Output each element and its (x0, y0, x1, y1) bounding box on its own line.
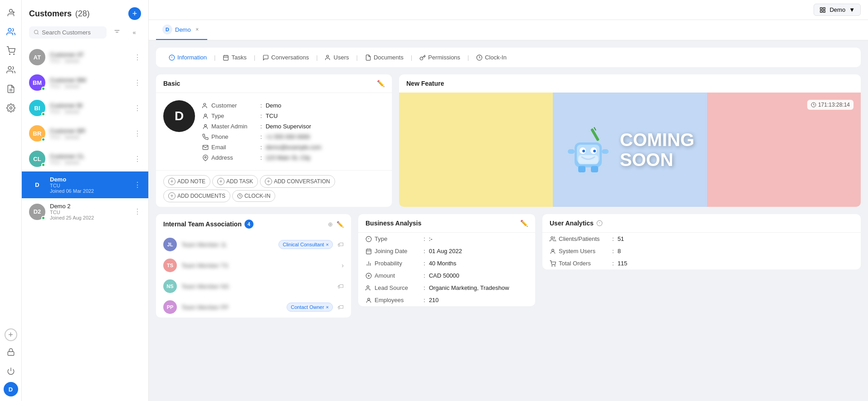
ita-actions: ⊕ ✏️ (328, 221, 344, 228)
more-button[interactable]: ⋮ (134, 207, 141, 216)
avatar: BM (29, 74, 45, 91)
svg-rect-17 (820, 7, 822, 9)
permissions-icon (419, 54, 426, 61)
customer-info-demo2: Demo 2 TCU Joined 25 Aug 2022 (50, 203, 129, 220)
online-dot (41, 137, 45, 142)
customers-nav-icon[interactable] (3, 24, 19, 40)
customer-info: Customer BI TCU · Joined (50, 102, 129, 114)
info-label-phone: Phone (202, 133, 257, 140)
settings-nav-icon[interactable] (3, 100, 19, 116)
add-customer-button[interactable]: + (128, 7, 141, 20)
more-button[interactable]: ⋮ (134, 155, 141, 163)
ita-add-icon[interactable]: ⊕ (328, 221, 333, 228)
more-button[interactable]: ⋮ (134, 104, 141, 112)
more-button[interactable]: ⋮ (134, 78, 141, 87)
master-admin-icon (202, 123, 209, 130)
tag-icon-pp[interactable]: 🏷 (337, 303, 344, 311)
customer-avatar-large: D (163, 100, 195, 132)
add-documents-button[interactable]: + ADD DOCUMENTS (163, 190, 230, 202)
customer-info: Customer AT TCU · Joined (50, 51, 129, 64)
tasks-icon (223, 54, 229, 61)
customer-joined-demo2: Joined 25 Aug 2022 (50, 215, 129, 220)
more-button[interactable]: ⋮ (134, 181, 141, 189)
more-button[interactable]: ⋮ (134, 53, 141, 62)
add-task-button[interactable]: + ADD TASK (212, 175, 258, 188)
more-button[interactable]: ⋮ (134, 129, 141, 138)
ua-value-system-users: 8 (618, 248, 621, 254)
arrow-icon-ts[interactable]: › (341, 262, 344, 269)
add-conversation-button[interactable]: + ADD CONVERSATION (260, 175, 335, 188)
filter-icon[interactable] (110, 25, 124, 39)
search-input[interactable] (42, 29, 102, 36)
info-row-phone: Phone : +1 555 000 0000 (202, 132, 385, 142)
panel-internal-team: Internal Team Association 4 ⊕ ✏️ JL Team… (156, 214, 351, 318)
sub-tab-tasks[interactable]: Tasks (217, 51, 252, 64)
ba-row-amount: Amount : CAD 50000 (358, 269, 535, 282)
customer-item-demo2[interactable]: D2 Demo 2 TCU Joined 25 Aug 2022 ⋮ (22, 198, 148, 225)
svg-rect-46 (578, 166, 585, 172)
add-note-button[interactable]: + ADD NOTE (163, 175, 210, 188)
avatar-demo: D (29, 177, 45, 193)
svg-rect-20 (824, 10, 825, 12)
customer-item[interactable]: CL Customer CL TCU · Joined ⋮ (22, 146, 148, 171)
ba-label-joining: Joining Date (366, 248, 420, 254)
tag-icon-ns[interactable]: 🏷 (337, 283, 344, 290)
coming-soon-text: COMINGSOON (620, 130, 694, 170)
power-nav-icon[interactable] (3, 363, 19, 379)
customer-item[interactable]: BI Customer BI TCU · Joined ⋮ (22, 95, 148, 121)
search-input-wrap[interactable] (29, 26, 107, 39)
ba-edit-icon[interactable]: ✏️ (520, 220, 528, 227)
ua-title: User Analytics (550, 220, 594, 227)
customer-item[interactable]: BR Customer BR TCU · Joined ⋮ (22, 121, 148, 146)
role-badge-x-pp[interactable]: × (326, 304, 329, 310)
add-note-icon: + (168, 178, 176, 185)
cart-nav-icon[interactable] (3, 43, 19, 59)
ba-value-probability: 40 Months (429, 260, 457, 267)
basic-edit-icon[interactable]: ✏️ (377, 80, 385, 87)
add-conversation-icon: + (265, 178, 272, 185)
info-value-phone: +1 555 000 0000 (266, 133, 310, 140)
customer-sub: TCU · Joined (50, 83, 129, 89)
sub-tab-clockin[interactable]: Clock-In (471, 51, 512, 64)
tab-close-button[interactable]: × (194, 26, 201, 33)
user-bottom-icon[interactable]: D (4, 382, 18, 396)
team-nav-icon[interactable] (3, 62, 19, 78)
svg-point-0 (9, 10, 12, 13)
sub-tab-conversations[interactable]: Conversations (257, 51, 314, 64)
svg-point-68 (552, 249, 554, 251)
sub-tab-documents[interactable]: Documents (360, 51, 409, 64)
svg-point-32 (205, 124, 207, 127)
lock-nav-icon[interactable] (3, 344, 19, 360)
team-avatar-ts: TS (163, 259, 177, 272)
tag-icon-jl[interactable]: 🏷 (337, 241, 344, 248)
customer-joined-demo: Joined 06 Mar 2022 (50, 188, 129, 194)
ba-value-amount: CAD 50000 (429, 272, 459, 279)
sub-tab-permissions[interactable]: Permissions (414, 51, 466, 64)
ita-header: Internal Team Association 4 ⊕ ✏️ (156, 214, 351, 234)
ita-edit-icon[interactable]: ✏️ (336, 221, 344, 228)
add-documents-icon: + (168, 192, 176, 200)
selector-icon (819, 7, 826, 13)
add-circle-nav-icon[interactable]: + (5, 328, 17, 341)
collapse-icon[interactable]: « (127, 25, 141, 39)
ua-row-clients: Clients/Patients : 51 (542, 233, 861, 245)
demo-selector[interactable]: Demo ▼ (814, 4, 861, 16)
invoice-nav-icon[interactable] (3, 81, 19, 97)
address-icon (202, 155, 209, 161)
add-user-nav-icon[interactable] (3, 5, 19, 21)
action-bar: + ADD NOTE + ADD TASK + ADD CONVERSATION (156, 170, 392, 207)
svg-rect-24 (224, 55, 229, 60)
role-badge-x-jl[interactable]: × (326, 242, 329, 247)
ba-row-type: Type : :- (358, 233, 535, 245)
customer-item[interactable]: AT Customer AT TCU · Joined ⋮ (22, 44, 148, 70)
clock-in-button[interactable]: CLOCK-IN (232, 190, 275, 202)
tab-demo[interactable]: D Demo × (156, 20, 207, 40)
sub-tab-users[interactable]: Users (320, 51, 355, 64)
sub-tab-permissions-label: Permissions (428, 54, 460, 61)
svg-rect-10 (8, 352, 14, 355)
info-row-customer: Customer : Demo (202, 100, 385, 111)
customer-item[interactable]: BM Customer BM TCU · Joined ⋮ (22, 70, 148, 95)
customer-info: Customer BR TCU · Joined (50, 127, 129, 140)
sub-tab-information[interactable]: Information (163, 51, 212, 64)
customer-item-demo[interactable]: D Demo TCU Joined 06 Mar 2022 ⋮ (22, 171, 148, 198)
